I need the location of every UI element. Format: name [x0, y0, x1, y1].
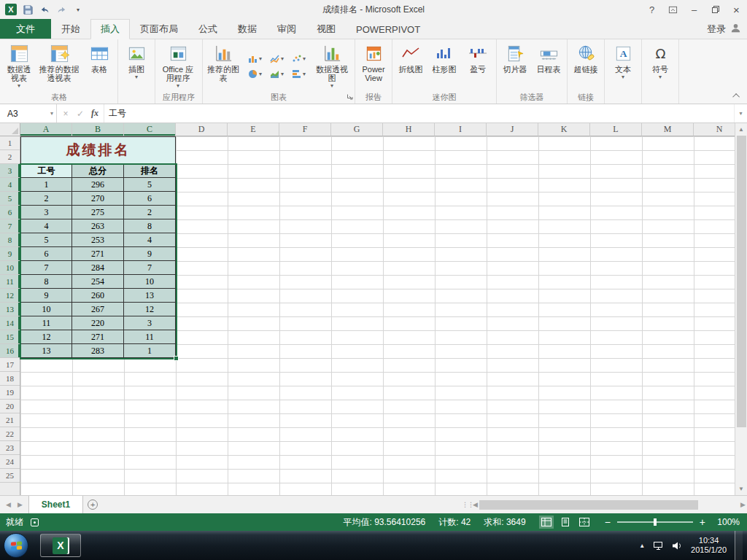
worksheet-title-cell[interactable]: 成绩排名 [20, 136, 176, 164]
scroll-right-icon[interactable]: ▶ [740, 501, 746, 508]
row-header-12[interactable]: 12 [0, 289, 20, 303]
scroll-up-icon[interactable]: ▲ [735, 123, 747, 136]
close-icon[interactable]: × [726, 0, 747, 19]
formula-bar-expand-icon[interactable]: ▾ [734, 104, 747, 122]
tab-review[interactable]: 审阅 [267, 19, 306, 39]
column-header-L[interactable]: L [590, 123, 642, 136]
page-break-view-icon[interactable] [577, 516, 592, 529]
ribbon-display-options-icon[interactable] [662, 0, 684, 19]
table-data-cell[interactable]: 253 [72, 233, 124, 247]
scroll-left-icon[interactable]: ◀ [473, 501, 478, 508]
table-data-cell[interactable]: 10 [20, 303, 72, 316]
table-data-cell[interactable]: 296 [72, 178, 124, 192]
scroll-down-icon[interactable]: ▼ [735, 483, 747, 495]
vertical-scrollbar[interactable]: ▲ ▼ [735, 123, 747, 495]
table-data-cell[interactable]: 4 [124, 233, 176, 247]
restore-icon[interactable] [705, 0, 726, 19]
hyperlink-button[interactable]: 超链接 [569, 40, 603, 92]
row-header-22[interactable]: 22 [0, 427, 20, 441]
start-button[interactable] [4, 533, 28, 558]
table-data-cell[interactable]: 8 [124, 219, 176, 233]
row-header-5[interactable]: 5 [0, 192, 20, 206]
table-data-cell[interactable]: 271 [72, 247, 124, 261]
text-button[interactable]: A 文本 ▾ [606, 40, 640, 92]
timeline-button[interactable]: 日程表 [532, 40, 565, 92]
minimize-icon[interactable]: – [684, 0, 705, 19]
table-data-cell[interactable]: 283 [72, 344, 124, 358]
column-header-D[interactable]: D [176, 123, 228, 136]
column-header-H[interactable]: H [383, 123, 435, 136]
symbols-button[interactable]: Ω 符号 ▾ [643, 40, 677, 92]
sparkline-winloss-button[interactable]: 盈亏 [461, 40, 495, 92]
table-data-cell[interactable]: 220 [72, 316, 124, 330]
insert-scatter-chart-button[interactable]: ▾ [288, 51, 309, 66]
sign-in[interactable]: 登录 [707, 19, 747, 39]
hidden-icons-icon[interactable]: ▲ [639, 542, 645, 549]
column-header-I[interactable]: I [435, 123, 487, 136]
table-data-cell[interactable]: 9 [124, 247, 176, 261]
table-data-cell[interactable]: 11 [20, 316, 72, 330]
insert-area-chart-button[interactable]: ▾ [266, 66, 287, 81]
network-icon[interactable] [653, 541, 664, 551]
row-header-20[interactable]: 20 [0, 400, 20, 413]
excel-app-icon[interactable]: X [3, 1, 19, 18]
insert-pie-chart-button[interactable]: ▾ [244, 66, 265, 81]
cancel-icon[interactable]: × [58, 109, 73, 119]
horizontal-scrollbar[interactable]: ◀ ▶ [471, 496, 747, 513]
table-data-cell[interactable]: 10 [124, 275, 176, 289]
vertical-scroll-thumb[interactable] [737, 136, 746, 427]
table-data-cell[interactable]: 1 [124, 344, 176, 358]
slicer-button[interactable]: 切片器 [498, 40, 532, 92]
insert-function-icon[interactable]: fx [88, 108, 102, 119]
name-box[interactable]: A3 ▾ [0, 104, 57, 122]
table-data-cell[interactable]: 275 [72, 206, 124, 219]
tab-page-layout[interactable]: 页面布局 [130, 19, 188, 39]
table-data-cell[interactable]: 11 [124, 330, 176, 344]
row-header-19[interactable]: 19 [0, 386, 20, 400]
tab-data[interactable]: 数据 [228, 19, 267, 39]
column-header-J[interactable]: J [487, 123, 538, 136]
redo-icon[interactable] [53, 1, 69, 18]
tab-splitter-handle[interactable]: ⋮⋮ [464, 496, 471, 513]
row-header-13[interactable]: 13 [0, 303, 20, 316]
table-data-cell[interactable]: 5 [124, 178, 176, 192]
table-data-cell[interactable]: 5 [20, 233, 72, 247]
table-data-cell[interactable]: 284 [72, 261, 124, 275]
row-header-2[interactable]: 2 [0, 150, 20, 164]
row-header-14[interactable]: 14 [0, 316, 20, 330]
row-header-4[interactable]: 4 [0, 178, 20, 192]
recommended-pivottables-button[interactable]: 推荐的数据透视表 [36, 40, 82, 92]
zoom-level[interactable]: 100% [712, 517, 740, 527]
table-data-cell[interactable]: 6 [124, 192, 176, 206]
table-data-cell[interactable]: 6 [20, 247, 72, 261]
column-header-G[interactable]: G [331, 123, 383, 136]
row-header-11[interactable]: 11 [0, 275, 20, 289]
new-sheet-button[interactable]: + [83, 496, 102, 513]
table-data-cell[interactable]: 271 [72, 330, 124, 344]
row-header-8[interactable]: 8 [0, 233, 20, 247]
pivotchart-button[interactable]: 数据透视图 ▾ [311, 40, 353, 92]
table-data-cell[interactable]: 8 [20, 275, 72, 289]
table-data-cell[interactable]: 7 [20, 261, 72, 275]
table-header-cell[interactable]: 总分 [72, 164, 124, 178]
formula-input[interactable]: 工号 [104, 104, 734, 122]
sparkline-line-button[interactable]: 折线图 [394, 40, 427, 92]
table-data-cell[interactable]: 3 [20, 206, 72, 219]
page-layout-view-icon[interactable] [558, 516, 573, 529]
row-header-24[interactable]: 24 [0, 455, 20, 469]
column-header-K[interactable]: K [538, 123, 590, 136]
table-data-cell[interactable]: 270 [72, 192, 124, 206]
column-header-M[interactable]: M [642, 123, 694, 136]
sparkline-column-button[interactable]: 柱形图 [427, 40, 461, 92]
horizontal-scroll-thumb[interactable] [479, 500, 698, 510]
row-header-6[interactable]: 6 [0, 206, 20, 219]
collapse-ribbon-icon[interactable] [731, 90, 743, 101]
name-box-dropdown-icon[interactable]: ▾ [50, 110, 53, 117]
table-data-cell[interactable]: 263 [72, 219, 124, 233]
table-data-cell[interactable]: 12 [124, 303, 176, 316]
column-header-B[interactable]: B [72, 123, 124, 136]
row-header-9[interactable]: 9 [0, 247, 20, 261]
zoom-in-icon[interactable]: + [700, 517, 705, 527]
tab-file[interactable]: 文件 [0, 19, 51, 39]
row-header-23[interactable]: 23 [0, 441, 20, 455]
